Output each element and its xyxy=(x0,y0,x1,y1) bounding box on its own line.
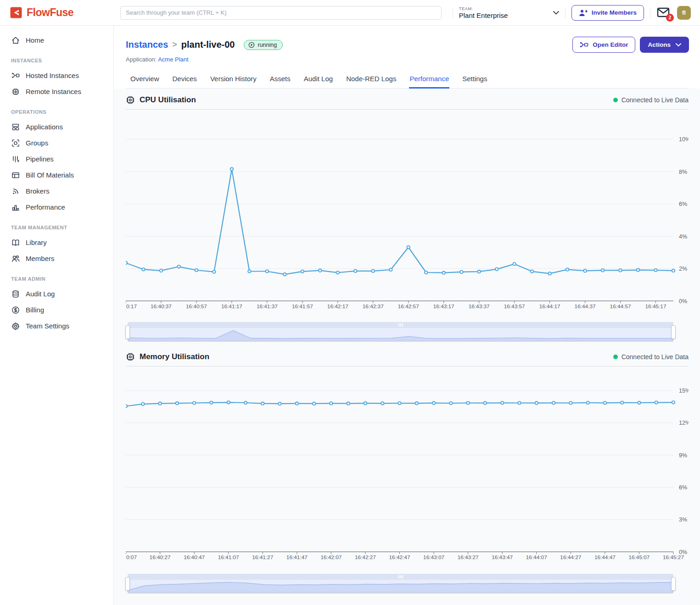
memory-navigator-right-handle[interactable] xyxy=(671,577,676,591)
memory-navigator-left-handle[interactable] xyxy=(125,577,130,591)
avatar[interactable]: fl xyxy=(677,6,691,20)
sidebar-item-groups[interactable]: Groups xyxy=(0,135,113,151)
sidebar-item-home[interactable]: Home xyxy=(0,32,113,48)
invite-members-label: Invite Members xyxy=(592,9,637,16)
memory-navigator-track[interactable] xyxy=(128,574,673,580)
tab-audit-log[interactable]: Audit Log xyxy=(303,71,333,89)
divider xyxy=(565,7,566,18)
team-selector[interactable]: TEAM: Plant Enterprise xyxy=(459,6,559,19)
search-input[interactable] xyxy=(120,6,442,20)
svg-text:9%: 9% xyxy=(679,452,687,459)
sidebar-item-hosted-instances[interactable]: Hosted Instances xyxy=(0,67,113,83)
page-title: plant-live-00 xyxy=(181,39,235,50)
svg-text:16:42:17: 16:42:17 xyxy=(327,303,348,310)
svg-text:16:40:47: 16:40:47 xyxy=(184,554,205,561)
sidebar-item-label: Home xyxy=(26,36,44,44)
sidebar-item-remote-instances[interactable]: Remote Instances xyxy=(0,83,113,100)
application-link[interactable]: Acme Plant xyxy=(158,56,188,63)
svg-text:16:42:57: 16:42:57 xyxy=(398,303,419,310)
memory-chart-navigator[interactable] xyxy=(128,574,673,594)
svg-text:16:41:57: 16:41:57 xyxy=(292,303,313,310)
svg-text:16:41:07: 16:41:07 xyxy=(218,554,239,561)
tab-devices[interactable]: Devices xyxy=(172,71,197,89)
svg-text:16:43:07: 16:43:07 xyxy=(423,554,444,561)
notification-count-badge: 2 xyxy=(666,14,674,22)
billing-icon xyxy=(11,305,20,315)
memory-navigator-shadow[interactable] xyxy=(128,580,673,592)
sidebar-item-label: Pipelines xyxy=(26,155,54,163)
library-icon xyxy=(11,238,20,247)
brokers-icon xyxy=(11,187,20,196)
cpu-chart-navigator[interactable] xyxy=(128,322,673,342)
sidebar-item-brokers[interactable]: Brokers xyxy=(0,183,113,199)
main-panel: Instances > plant-live-00 running xyxy=(114,26,700,605)
tab-overview[interactable]: Overview xyxy=(130,71,160,89)
cpu-chip-icon xyxy=(126,95,135,105)
sidebar-item-performance[interactable]: Performance xyxy=(0,199,113,215)
remote-instances-icon xyxy=(11,87,20,96)
actions-button[interactable]: Actions xyxy=(640,37,689,53)
tab-bar: OverviewDevicesVersion HistoryAssetsAudi… xyxy=(126,71,689,89)
svg-text:16:44:27: 16:44:27 xyxy=(560,554,581,561)
svg-text:10%: 10% xyxy=(679,136,689,143)
svg-text:16:44:07: 16:44:07 xyxy=(526,554,547,561)
team-name: Plant Enterprise xyxy=(459,11,508,19)
sidebar-item-members[interactable]: Members xyxy=(0,250,113,266)
sidebar-item-audit-log[interactable]: Audit Log xyxy=(0,286,113,302)
sidebar-item-pipelines[interactable]: Pipelines xyxy=(0,151,113,167)
sidebar-item-billing[interactable]: Billing xyxy=(0,302,113,318)
chevron-down-icon xyxy=(553,11,559,15)
cpu-navigator-shadow[interactable] xyxy=(128,328,673,340)
svg-text:6%: 6% xyxy=(679,484,687,491)
svg-text:16:45:07: 16:45:07 xyxy=(628,554,650,561)
svg-text:12%: 12% xyxy=(679,420,689,426)
actions-label: Actions xyxy=(648,41,671,48)
flowfuse-logo[interactable]: FlowFuse xyxy=(0,6,114,19)
sidebar-item-label: Team Settings xyxy=(26,322,69,330)
open-editor-label: Open Editor xyxy=(593,41,628,48)
sidebar-item-label: Bill Of Materials xyxy=(26,171,74,179)
memory-chip-icon xyxy=(126,352,135,361)
svg-text:16:42:47: 16:42:47 xyxy=(389,554,410,561)
sidebar-item-library[interactable]: Library xyxy=(0,234,113,250)
invite-members-button[interactable]: Invite Members xyxy=(571,5,644,21)
cpu-navigator-right-handle[interactable] xyxy=(671,325,676,339)
sidebar-item-bill-of-materials[interactable]: Bill Of Materials xyxy=(0,167,113,183)
drag-grip-icon[interactable] xyxy=(398,323,403,327)
tab-node-red-logs[interactable]: Node-RED Logs xyxy=(346,71,397,89)
sidebar-item-label: Members xyxy=(26,255,55,262)
open-editor-button[interactable]: Open Editor xyxy=(572,37,635,53)
tab-version-history[interactable]: Version History xyxy=(210,71,257,89)
svg-text:0:07: 0:07 xyxy=(126,554,137,561)
cpu-navigator-track[interactable] xyxy=(128,322,673,328)
svg-text:16:41:47: 16:41:47 xyxy=(286,554,308,561)
sidebar-item-label: Hosted Instances xyxy=(26,72,79,79)
tab-assets[interactable]: Assets xyxy=(269,71,291,89)
team-settings-icon xyxy=(11,322,20,331)
notifications-button[interactable]: 2 xyxy=(656,6,671,19)
sidebar-item-applications[interactable]: Applications xyxy=(0,119,113,135)
svg-text:16:43:57: 16:43:57 xyxy=(504,303,525,310)
svg-text:16:40:37: 16:40:37 xyxy=(151,303,172,310)
live-status-dot xyxy=(613,355,618,359)
top-bar: FlowFuse TEAM: Plant Enterprise Invite M… xyxy=(0,0,700,26)
drag-grip-icon[interactable] xyxy=(398,575,403,578)
sidebar-item-label: Billing xyxy=(26,306,44,314)
sidebar-item-label: Audit Log xyxy=(26,290,55,298)
performance-content: CPU Utilisation Connected to Live Data 0… xyxy=(114,89,700,603)
memory-chart-plot[interactable]: 0%3%6%9%12%15%0:0716:40:2716:40:4716:41:… xyxy=(126,366,689,563)
svg-text:8%: 8% xyxy=(679,169,687,175)
cpu-chart-plot[interactable]: 0%2%4%6%8%10%0:1716:40:3716:40:5716:41:1… xyxy=(126,110,689,311)
svg-text:16:41:37: 16:41:37 xyxy=(257,303,278,310)
svg-text:2%: 2% xyxy=(679,266,687,272)
tab-settings[interactable]: Settings xyxy=(462,71,487,89)
sidebar-item-label: Brokers xyxy=(26,187,50,195)
breadcrumb-instances-link[interactable]: Instances xyxy=(126,39,168,50)
cpu-navigator-left-handle[interactable] xyxy=(125,325,130,339)
sidebar-item-team-settings[interactable]: Team Settings xyxy=(0,318,113,334)
page-header: Instances > plant-live-00 running xyxy=(114,26,700,89)
applications-icon xyxy=(11,122,20,132)
status-badge-label: running xyxy=(258,42,277,48)
tab-performance[interactable]: Performance xyxy=(409,71,449,89)
groups-icon xyxy=(11,139,20,148)
